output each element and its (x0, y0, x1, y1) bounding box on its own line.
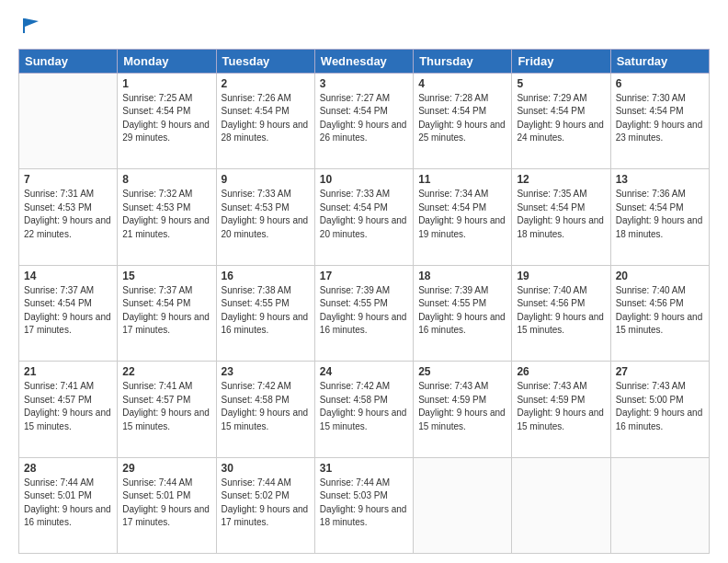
day-number: 29 (122, 462, 210, 475)
day-info: Sunrise: 7:40 AMSunset: 4:56 PMDaylight:… (517, 284, 605, 338)
day-number: 22 (122, 365, 210, 378)
day-number: 27 (616, 365, 704, 378)
calendar-cell: 28Sunrise: 7:44 AMSunset: 5:01 PMDayligh… (19, 457, 118, 553)
day-info: Sunrise: 7:36 AMSunset: 4:54 PMDaylight:… (616, 188, 704, 241)
calendar-cell: 6Sunrise: 7:30 AMSunset: 4:54 PMDaylight… (610, 73, 709, 168)
day-number: 4 (418, 77, 506, 90)
calendar-week-row: 28Sunrise: 7:44 AMSunset: 5:01 PMDayligh… (19, 457, 710, 553)
day-info: Sunrise: 7:32 AMSunset: 4:53 PMDaylight:… (122, 188, 210, 241)
day-info: Sunrise: 7:43 AMSunset: 5:00 PMDaylight:… (616, 380, 704, 433)
day-info: Sunrise: 7:33 AMSunset: 4:54 PMDaylight:… (320, 188, 408, 241)
calendar-header-monday: Monday (118, 49, 216, 73)
calendar-cell: 9Sunrise: 7:33 AMSunset: 4:53 PMDaylight… (216, 169, 314, 265)
day-number: 23 (222, 365, 310, 378)
day-number: 14 (24, 270, 112, 282)
day-info: Sunrise: 7:27 AMSunset: 4:54 PMDaylight:… (320, 92, 408, 145)
calendar-cell: 20Sunrise: 7:40 AMSunset: 4:56 PMDayligh… (610, 265, 709, 361)
day-number: 26 (517, 365, 605, 378)
day-number: 12 (517, 173, 605, 186)
calendar-cell: 1Sunrise: 7:25 AMSunset: 4:54 PMDaylight… (118, 73, 216, 168)
day-info: Sunrise: 7:38 AMSunset: 4:55 PMDaylight:… (222, 284, 310, 338)
day-info: Sunrise: 7:30 AMSunset: 4:54 PMDaylight:… (616, 92, 704, 145)
calendar-cell: 21Sunrise: 7:41 AMSunset: 4:57 PMDayligh… (19, 362, 118, 457)
day-info: Sunrise: 7:42 AMSunset: 4:58 PMDaylight:… (222, 380, 310, 433)
day-info: Sunrise: 7:44 AMSunset: 5:01 PMDaylight:… (24, 477, 112, 530)
calendar-cell (19, 73, 118, 168)
calendar-week-row: 7Sunrise: 7:31 AMSunset: 4:53 PMDaylight… (19, 169, 710, 265)
calendar-header-thursday: Thursday (414, 49, 512, 73)
calendar-cell: 22Sunrise: 7:41 AMSunset: 4:57 PMDayligh… (118, 362, 216, 457)
day-info: Sunrise: 7:42 AMSunset: 4:58 PMDaylight:… (320, 380, 408, 433)
header (18, 15, 710, 41)
calendar-cell: 27Sunrise: 7:43 AMSunset: 5:00 PMDayligh… (610, 362, 709, 457)
day-info: Sunrise: 7:41 AMSunset: 4:57 PMDaylight:… (122, 380, 210, 433)
calendar-cell: 4Sunrise: 7:28 AMSunset: 4:54 PMDaylight… (414, 73, 512, 168)
calendar-header-row: SundayMondayTuesdayWednesdayThursdayFrid… (19, 49, 710, 73)
day-number: 13 (616, 173, 704, 186)
calendar-cell: 12Sunrise: 7:35 AMSunset: 4:54 PMDayligh… (512, 169, 610, 265)
day-number: 16 (222, 270, 310, 282)
day-info: Sunrise: 7:33 AMSunset: 4:53 PMDaylight:… (222, 188, 310, 241)
day-info: Sunrise: 7:28 AMSunset: 4:54 PMDaylight:… (418, 92, 506, 145)
calendar-cell: 2Sunrise: 7:26 AMSunset: 4:54 PMDaylight… (216, 73, 314, 168)
calendar-cell: 29Sunrise: 7:44 AMSunset: 5:01 PMDayligh… (118, 457, 216, 553)
calendar-table: SundayMondayTuesdayWednesdayThursdayFrid… (18, 49, 710, 554)
day-number: 24 (320, 365, 408, 378)
day-number: 31 (320, 462, 408, 475)
day-number: 30 (222, 462, 310, 475)
calendar-header-friday: Friday (512, 49, 610, 73)
svg-marker-0 (23, 18, 39, 33)
calendar-cell: 11Sunrise: 7:34 AMSunset: 4:54 PMDayligh… (414, 169, 512, 265)
day-number: 8 (122, 173, 210, 186)
page: SundayMondayTuesdayWednesdayThursdayFrid… (0, 0, 728, 563)
day-number: 9 (222, 173, 310, 186)
calendar-cell (414, 457, 512, 553)
calendar-cell: 15Sunrise: 7:37 AMSunset: 4:54 PMDayligh… (118, 265, 216, 361)
calendar-cell: 18Sunrise: 7:39 AMSunset: 4:55 PMDayligh… (414, 265, 512, 361)
day-number: 17 (320, 270, 408, 282)
day-info: Sunrise: 7:40 AMSunset: 4:56 PMDaylight:… (616, 284, 704, 338)
calendar-cell: 13Sunrise: 7:36 AMSunset: 4:54 PMDayligh… (610, 169, 709, 265)
calendar-cell: 5Sunrise: 7:29 AMSunset: 4:54 PMDaylight… (512, 73, 610, 168)
calendar-cell: 30Sunrise: 7:44 AMSunset: 5:02 PMDayligh… (216, 457, 314, 553)
calendar-cell: 7Sunrise: 7:31 AMSunset: 4:53 PMDaylight… (19, 169, 118, 265)
calendar-week-row: 14Sunrise: 7:37 AMSunset: 4:54 PMDayligh… (19, 265, 710, 361)
day-info: Sunrise: 7:37 AMSunset: 4:54 PMDaylight:… (122, 284, 210, 338)
calendar-week-row: 21Sunrise: 7:41 AMSunset: 4:57 PMDayligh… (19, 362, 710, 457)
day-info: Sunrise: 7:37 AMSunset: 4:54 PMDaylight:… (24, 284, 112, 338)
day-number: 28 (24, 462, 112, 475)
day-number: 25 (418, 365, 506, 378)
calendar-cell (610, 457, 709, 553)
day-number: 2 (222, 77, 310, 90)
day-info: Sunrise: 7:44 AMSunset: 5:01 PMDaylight:… (122, 477, 210, 530)
calendar-cell: 3Sunrise: 7:27 AMSunset: 4:54 PMDaylight… (314, 73, 413, 168)
day-number: 5 (517, 77, 605, 90)
calendar-cell: 8Sunrise: 7:32 AMSunset: 4:53 PMDaylight… (118, 169, 216, 265)
day-info: Sunrise: 7:34 AMSunset: 4:54 PMDaylight:… (418, 188, 506, 241)
calendar-header-sunday: Sunday (19, 49, 118, 73)
calendar-header-wednesday: Wednesday (314, 49, 413, 73)
calendar-cell: 24Sunrise: 7:42 AMSunset: 4:58 PMDayligh… (314, 362, 413, 457)
calendar-cell (512, 457, 610, 553)
day-number: 6 (616, 77, 704, 90)
calendar-week-row: 1Sunrise: 7:25 AMSunset: 4:54 PMDaylight… (19, 73, 710, 168)
day-number: 7 (24, 173, 112, 186)
day-number: 1 (122, 77, 210, 90)
day-info: Sunrise: 7:43 AMSunset: 4:59 PMDaylight:… (418, 380, 506, 433)
calendar-cell: 14Sunrise: 7:37 AMSunset: 4:54 PMDayligh… (19, 265, 118, 361)
calendar-cell: 10Sunrise: 7:33 AMSunset: 4:54 PMDayligh… (314, 169, 413, 265)
day-info: Sunrise: 7:44 AMSunset: 5:02 PMDaylight:… (222, 477, 310, 530)
day-info: Sunrise: 7:41 AMSunset: 4:57 PMDaylight:… (24, 380, 112, 433)
day-info: Sunrise: 7:31 AMSunset: 4:53 PMDaylight:… (24, 188, 112, 241)
day-number: 18 (418, 270, 506, 282)
day-number: 11 (418, 173, 506, 186)
calendar-cell: 31Sunrise: 7:44 AMSunset: 5:03 PMDayligh… (314, 457, 413, 553)
calendar-header-saturday: Saturday (610, 49, 709, 73)
day-number: 3 (320, 77, 408, 90)
day-number: 19 (517, 270, 605, 282)
day-number: 10 (320, 173, 408, 186)
day-info: Sunrise: 7:44 AMSunset: 5:03 PMDaylight:… (320, 477, 408, 530)
day-info: Sunrise: 7:26 AMSunset: 4:54 PMDaylight:… (222, 92, 310, 145)
day-number: 21 (24, 365, 112, 378)
day-info: Sunrise: 7:39 AMSunset: 4:55 PMDaylight:… (320, 284, 408, 338)
